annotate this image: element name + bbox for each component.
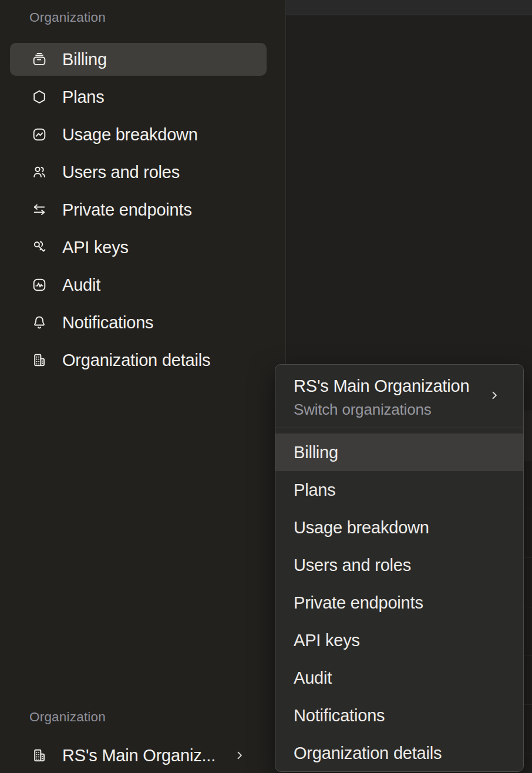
org-menu-item-audit[interactable]: Audit: [275, 659, 523, 697]
sidebar-item-label: Organization details: [62, 350, 210, 370]
org-menu-item-organization-details[interactable]: Organization details: [275, 734, 523, 772]
sidebar-item-plans[interactable]: Plans: [10, 80, 267, 113]
content-row-highlight: [524, 411, 532, 460]
current-organization-name: RS's Main Organiz...: [62, 745, 216, 765]
plans-icon: [32, 89, 47, 105]
content-row-divider: [524, 411, 532, 411]
sidebar-footer-section-label: Organization: [29, 709, 106, 725]
org-menu-item-private-endpoints[interactable]: Private endpoints: [275, 584, 523, 621]
sidebar-item-label: Users and roles: [62, 162, 180, 182]
org-menu-item-users-and-roles[interactable]: Users and roles: [275, 546, 523, 584]
content-row-divider: [524, 557, 532, 558]
content-row-divider: [524, 754, 532, 754]
audit-pulse-icon: [32, 277, 47, 293]
sidebar-item-organization-details[interactable]: Organization details: [10, 344, 267, 377]
sidebar-item-label: Plans: [62, 87, 105, 107]
content-row-divider: [524, 460, 532, 461]
content-row-divider: [524, 509, 532, 509]
org-menu-item-usage-breakdown[interactable]: Usage breakdown: [275, 509, 523, 546]
content-topbar: [286, 0, 532, 15]
billing-icon: [32, 52, 47, 67]
org-menu-list: Billing Plans Usage breakdown Users and …: [275, 428, 523, 772]
api-keys-icon: [32, 240, 47, 255]
sidebar-item-audit[interactable]: Audit: [10, 268, 267, 301]
content-row-divider: [524, 704, 532, 705]
chevron-right-icon: [234, 750, 245, 761]
org-menu-title: RS's Main Organization: [294, 375, 486, 397]
org-menu-header[interactable]: RS's Main Organization Switch organizati…: [275, 365, 523, 428]
building-icon: [32, 352, 47, 368]
sidebar-item-label: Usage breakdown: [62, 125, 198, 144]
building-icon: [32, 748, 47, 763]
sidebar-item-label: Billing: [62, 49, 107, 69]
bell-icon: [32, 315, 47, 330]
sidebar-item-private-endpoints[interactable]: Private endpoints: [10, 193, 267, 226]
org-menu-item-api-keys[interactable]: API keys: [275, 621, 523, 659]
sidebar-item-label: API keys: [62, 237, 129, 257]
content-row-divider: [524, 656, 532, 656]
content-row-divider: [524, 607, 532, 607]
users-icon: [32, 164, 47, 180]
swap-arrows-icon: [32, 202, 47, 217]
organization-menu: RS's Main Organization Switch organizati…: [275, 364, 524, 772]
settings-sidebar: Organization Billing Plans Usage breakdo…: [0, 0, 286, 773]
sidebar-item-label: Private endpoints: [62, 200, 192, 220]
sidebar-item-billing[interactable]: Billing: [10, 43, 267, 76]
org-menu-item-notifications[interactable]: Notifications: [275, 697, 523, 734]
sidebar-item-api-keys[interactable]: API keys: [10, 231, 267, 264]
sidebar-item-label: Notifications: [62, 312, 153, 332]
sidebar-item-usage-breakdown[interactable]: Usage breakdown: [10, 118, 267, 151]
sidebar-item-label: Audit: [62, 275, 100, 295]
chevron-right-icon: [489, 389, 500, 401]
switch-organizations-label: Switch organizations: [294, 400, 486, 419]
sidebar-item-users-and-roles[interactable]: Users and roles: [10, 156, 267, 189]
org-menu-item-plans[interactable]: Plans: [275, 471, 523, 509]
org-menu-item-billing[interactable]: Billing: [275, 433, 523, 471]
organization-switcher[interactable]: RS's Main Organiz...: [10, 739, 267, 772]
sidebar-section-label: Organization: [29, 9, 106, 26]
usage-breakdown-icon: [32, 127, 47, 142]
sidebar-item-notifications[interactable]: Notifications: [10, 306, 267, 339]
